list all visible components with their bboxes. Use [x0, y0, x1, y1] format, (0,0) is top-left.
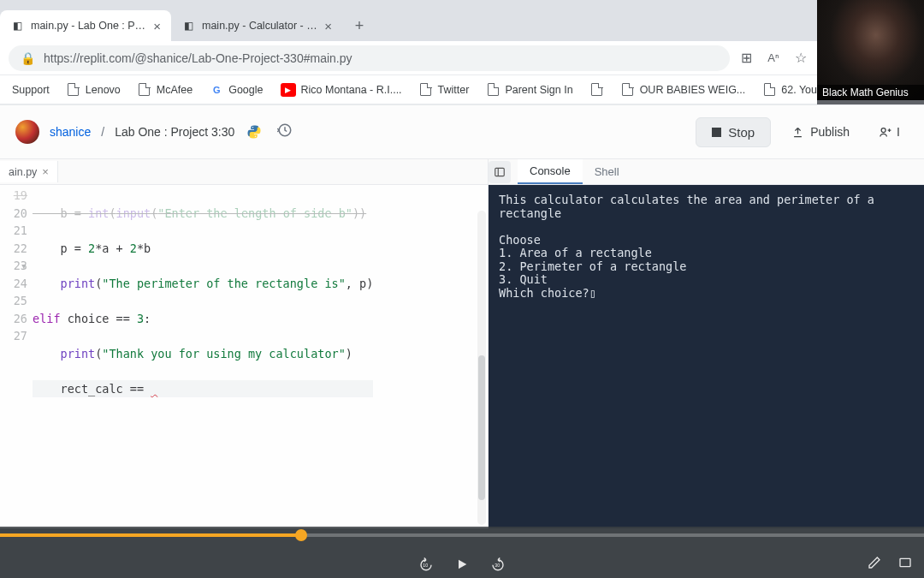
edit-icon[interactable] [866, 554, 883, 571]
favorite-icon[interactable]: ☆ [793, 51, 808, 66]
bookmark-google[interactable]: G Google [203, 80, 270, 100]
bookmark-support[interactable]: Support [5, 80, 56, 99]
scrollbar-thumb[interactable] [478, 355, 485, 500]
history-icon[interactable] [277, 122, 293, 142]
browser-tab-active[interactable]: ◧ main.py - Lab One : Project 3:30 × [0, 10, 171, 41]
bookmark-label: Support [12, 84, 50, 96]
upload-icon [791, 126, 804, 139]
tab-console[interactable]: Console [518, 159, 583, 184]
tab-shell[interactable]: Shell [583, 160, 631, 183]
line-number: 19 [0, 187, 27, 205]
close-icon[interactable]: × [153, 19, 161, 33]
code-editor[interactable]: 19 20 21 22 ▾ 23 24 25 26 27 b = int(inp… [0, 185, 488, 528]
bookmark-babies[interactable]: OUR BABIES WEIG... [614, 80, 753, 100]
svg-text:30: 30 [495, 563, 500, 568]
bookmark-parent[interactable]: Parent Sign In [479, 80, 579, 100]
doc-icon [486, 83, 500, 97]
editor-scrollbar[interactable] [477, 211, 486, 525]
progress-bar[interactable] [0, 533, 924, 537]
console-tabs: Console Shell [489, 159, 924, 185]
svg-text:10: 10 [423, 563, 428, 568]
bookmarks-bar: Support Lenovo McAfee G Google ▶ Rico Mo… [0, 75, 817, 104]
bookmark-label: Twitter [438, 84, 470, 96]
tab-title: main.py - Lab One : Project 3:30 [31, 20, 146, 32]
forward-30-icon[interactable]: 30 [489, 556, 506, 573]
bookmark-blank[interactable] [583, 80, 611, 100]
stop-icon [712, 128, 721, 137]
address-bar-actions: ⊞ Aⁿ ☆ [738, 51, 808, 66]
person-plus-icon [879, 126, 891, 139]
stop-button[interactable]: Stop [696, 117, 771, 147]
url-text: https://replit.com/@shanice/Lab-One-Proj… [44, 51, 352, 65]
svg-point-0 [881, 128, 886, 132]
rewind-10-icon[interactable]: 10 [418, 556, 435, 573]
publish-label: Publish [810, 125, 850, 139]
svg-rect-5 [900, 558, 910, 566]
username-link[interactable]: shanice [50, 125, 91, 139]
bookmark-label: Google [228, 84, 263, 96]
tab-title: main.py - Calculator - Replit [202, 20, 317, 32]
line-number: 23 [0, 257, 27, 275]
line-number: 27 [0, 327, 27, 345]
line-number: 20 [0, 205, 27, 223]
bookmark-lenovo[interactable]: Lenovo [60, 80, 127, 100]
file-tab-label: ain.py [9, 166, 37, 178]
webcam-overlay: Black Math Genius [817, 0, 924, 100]
apps-icon[interactable]: ⊞ [738, 51, 754, 66]
replit-header: shanice / Lab One : Project 3:30 Stop Pu… [0, 105, 924, 158]
line-number: 24 [0, 275, 27, 293]
new-tab-button[interactable]: + [347, 14, 371, 38]
youtube-icon: ▶ [281, 83, 296, 97]
bookmark-rico[interactable]: ▶ Rico Montana - R.I.... [274, 80, 409, 100]
doc-icon [590, 83, 604, 97]
play-icon[interactable] [453, 556, 471, 573]
close-icon[interactable]: × [42, 165, 49, 178]
google-icon: G [210, 83, 223, 97]
url-input[interactable]: 🔒 https://replit.com/@shanice/Lab-One-Pr… [9, 45, 730, 71]
bookmark-label: Parent Sign In [505, 84, 572, 96]
invite-label: I [897, 125, 900, 139]
fullscreen-icon[interactable] [897, 554, 914, 571]
browser-tab[interactable]: ◧ main.py - Calculator - Replit × [171, 10, 342, 41]
progress-thumb[interactable] [295, 529, 307, 541]
reader-icon[interactable]: Aⁿ [766, 51, 781, 66]
svg-rect-1 [495, 168, 505, 176]
close-icon[interactable]: × [324, 19, 332, 33]
line-number: 25 [0, 292, 27, 310]
bookmark-label: OUR BABIES WEIG... [640, 84, 746, 96]
line-number: 22 ▾ [0, 240, 27, 258]
tab-bar: ◧ main.py - Lab One : Project 3:30 × ◧ m… [0, 0, 817, 41]
doc-icon [762, 83, 776, 97]
presenter-name: Black Math Genius [817, 85, 924, 100]
stop-label: Stop [728, 125, 755, 140]
doc-icon [621, 83, 635, 97]
console-pane: Console Shell This calculator calculates… [489, 158, 924, 528]
tab-favicon-icon: ◧ [181, 19, 195, 33]
browser-chrome: ◧ main.py - Lab One : Project 3:30 × ◧ m… [0, 0, 817, 104]
line-number: 21 [0, 222, 27, 240]
replit-body: ain.py × 19 20 21 22 ▾ 23 24 25 26 27 b … [0, 158, 924, 528]
bookmark-twitter[interactable]: Twitter [412, 80, 477, 100]
invite-button[interactable]: I [870, 120, 909, 144]
avatar[interactable] [15, 120, 39, 144]
publish-button[interactable]: Publish [781, 120, 860, 144]
sidebar-toggle-icon[interactable] [489, 161, 511, 183]
console-output[interactable]: This calculator calculates the area and … [489, 185, 924, 528]
doc-icon [67, 83, 80, 97]
file-tab-main[interactable]: ain.py × [0, 161, 58, 182]
gutter: 19 20 21 22 ▾ 23 24 25 26 27 [0, 185, 33, 528]
editor-pane: ain.py × 19 20 21 22 ▾ 23 24 25 26 27 b … [0, 158, 489, 528]
file-tabs: ain.py × [0, 159, 488, 185]
lock-icon: 🔒 [21, 51, 35, 65]
address-bar: 🔒 https://replit.com/@shanice/Lab-One-Pr… [0, 41, 817, 75]
bookmark-mcafee[interactable]: McAfee [131, 80, 199, 100]
doc-icon [138, 83, 151, 97]
right-controls [866, 554, 914, 571]
progress-fill [0, 533, 301, 537]
playback-controls: 10 30 [418, 556, 506, 573]
bookmark-label: Lenovo [86, 84, 121, 96]
tab-favicon-icon: ◧ [10, 19, 24, 33]
line-number: 26 [0, 310, 27, 328]
code-content[interactable]: b = int(input("Enter the length of side … [33, 185, 373, 528]
video-controls: 10 30 [0, 527, 924, 578]
